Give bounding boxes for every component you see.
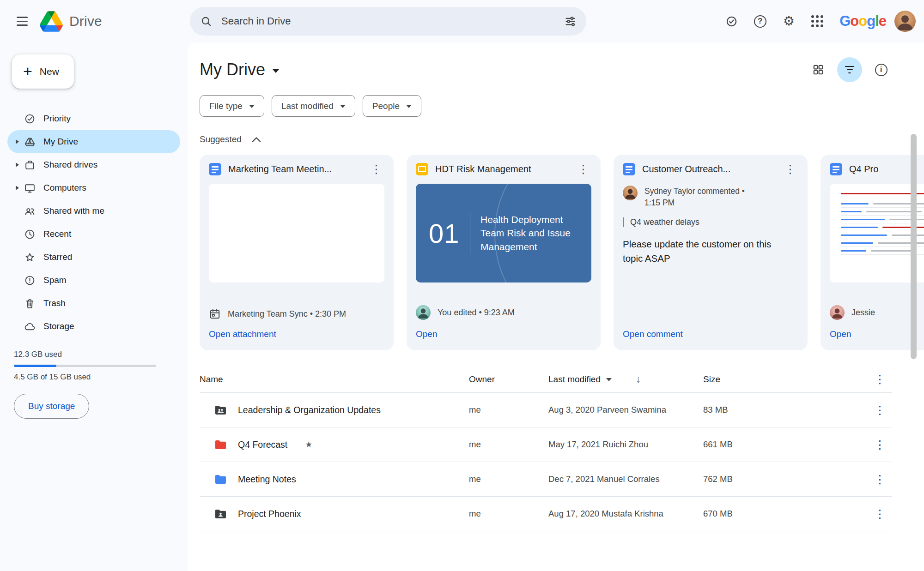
expand-caret-icon[interactable] <box>16 186 19 190</box>
document-preview-thumbnail[interactable] <box>209 184 384 282</box>
slide-preview-thumbnail[interactable]: 01 Health Deployment Team Risk and Issue… <box>416 184 591 282</box>
new-button[interactable]: + New <box>12 54 74 89</box>
file-modified: Aug 17, 2020 Mustafa Krishna <box>548 509 703 519</box>
sidebar-item-storage[interactable]: Storage <box>7 315 180 338</box>
open-attachment-link[interactable]: Open attachment <box>209 327 384 341</box>
google-letter: e <box>879 13 886 30</box>
availability-status-button[interactable] <box>718 8 744 34</box>
sidebar-item-starred[interactable]: Starred <box>7 246 180 269</box>
suggested-section-toggle[interactable]: Suggested <box>200 134 261 144</box>
open-link[interactable]: Open <box>416 327 591 341</box>
file-name: Q4 Forecast <box>238 439 287 450</box>
file-name: Leadership & Organization Updates <box>238 405 381 415</box>
sidebar-item-trash[interactable]: Trash <box>7 292 180 315</box>
suggestion-card-marketing-doc[interactable]: Marketing Team Meetin... ⋮ Marketing Tea… <box>200 155 394 350</box>
file-list: Name Owner Last modified ↓ Size ⋮ <box>200 366 892 531</box>
suggestion-card-hdt-slides[interactable]: HDT Risk Management ⋮ 01 Health Deployme… <box>407 155 601 350</box>
search-button[interactable] <box>194 9 219 34</box>
sidebar-item-label: Spam <box>43 275 67 285</box>
slide-number: 01 <box>429 218 460 249</box>
sort-descending-icon[interactable]: ↓ <box>636 374 641 385</box>
buy-storage-button[interactable]: Buy storage <box>14 394 89 419</box>
suggestion-card-customer-outreach[interactable]: Customer Outreach... ⋮ Sydney Taylor com… <box>614 155 808 350</box>
table-row[interactable]: Project Phoenix me Aug 17, 2020 Mustafa … <box>200 497 892 531</box>
row-menu-button[interactable]: ⋮ <box>872 474 888 485</box>
google-letter: g <box>867 13 875 30</box>
vertical-scrollbar[interactable] <box>911 134 917 359</box>
column-header-owner[interactable]: Owner <box>469 374 548 385</box>
sidebar-item-my-drive[interactable]: My Drive <box>7 130 180 153</box>
suggested-cards: Marketing Team Meetin... ⋮ Marketing Tea… <box>200 155 924 350</box>
chevron-up-icon <box>252 136 261 143</box>
shared-folder-icon <box>214 509 227 519</box>
person-silhouette-icon <box>894 11 916 32</box>
sidebar-item-shared-drives[interactable]: Shared drives <box>7 153 180 176</box>
info-icon: i <box>875 64 888 76</box>
file-owner: me <box>469 405 548 415</box>
filter-button[interactable] <box>837 57 862 82</box>
sidebar-item-computers[interactable]: Computers <box>7 176 180 199</box>
card-title: HDT Risk Management <box>435 164 568 174</box>
search-icon <box>200 15 212 27</box>
settings-button[interactable]: ⚙ <box>776 8 802 34</box>
starred-icon: ★ <box>305 439 312 450</box>
advanced-search-button[interactable] <box>558 9 583 34</box>
search-input[interactable] <box>219 15 558 27</box>
sidebar-item-recent[interactable]: Recent <box>7 222 180 246</box>
sidebar-item-priority[interactable]: Priority <box>7 107 180 130</box>
google-apps-button[interactable] <box>804 8 830 34</box>
file-name: Meeting Notes <box>238 474 296 485</box>
google-letter: o <box>850 13 858 30</box>
storage-quota-label: 4.5 GB of 15 GB used <box>14 373 174 382</box>
row-menu-button[interactable]: ⋮ <box>872 404 888 416</box>
storage-summary: 12.3 GB used 4.5 GB of 15 GB used <box>7 350 180 382</box>
chevron-down-icon <box>273 69 279 73</box>
table-row[interactable]: Meeting Notes me Dec 7, 2021 Manuel Corr… <box>200 462 892 497</box>
apps-grid-icon <box>811 15 823 27</box>
sidebar-item-label: Starred <box>43 252 72 262</box>
sidebar-item-spam[interactable]: Spam <box>7 269 180 292</box>
list-options-button[interactable]: ⋮ <box>872 373 888 385</box>
google-letter: l <box>875 13 879 30</box>
column-header-modified[interactable]: Last modified ↓ <box>548 374 703 385</box>
spam-icon <box>23 274 36 287</box>
card-title: Marketing Team Meetin... <box>228 164 361 174</box>
search-bar[interactable] <box>190 7 586 36</box>
file-size: 670 MB <box>703 509 842 519</box>
card-menu-button[interactable]: ⋮ <box>368 163 384 175</box>
open-comment-link[interactable]: Open comment <box>623 327 798 341</box>
table-row[interactable]: Leadership & Organization Updates me Aug… <box>200 393 892 427</box>
expand-caret-icon[interactable] <box>16 139 19 144</box>
file-size: 762 MB <box>703 474 842 484</box>
row-menu-button[interactable]: ⋮ <box>872 508 888 520</box>
commenter-avatar <box>623 186 638 200</box>
suggestion-card-q4-proposal[interactable]: Q4 Pro ⋮ Jessie Open <box>821 155 924 350</box>
star-outline-icon <box>23 251 36 264</box>
user-avatar[interactable] <box>894 11 916 32</box>
people-icon <box>23 204 36 217</box>
drive-logo[interactable]: Drive <box>40 11 102 32</box>
column-header-label: Last modified <box>548 374 601 385</box>
open-link[interactable]: Open <box>830 327 924 341</box>
main-menu-button[interactable] <box>9 8 35 34</box>
details-button[interactable]: i <box>869 57 894 82</box>
grid-view-toggle-button[interactable] <box>806 57 831 82</box>
people-filter-chip[interactable]: People <box>363 95 421 117</box>
file-type-filter-chip[interactable]: File type <box>200 95 264 117</box>
file-modified: Aug 3, 2020 Parveen Swamina <box>548 405 703 415</box>
priority-icon <box>23 112 36 125</box>
expand-caret-icon[interactable] <box>16 162 19 167</box>
table-row[interactable]: Q4 Forecast ★ me May 17, 2021 Ruichi Zho… <box>200 427 892 462</box>
chevron-down-icon <box>606 378 612 381</box>
column-header-name[interactable]: Name <box>200 374 469 385</box>
sidebar-item-shared-with-me[interactable]: Shared with me <box>7 199 180 222</box>
calendar-event-icon <box>209 308 221 320</box>
card-menu-button[interactable]: ⋮ <box>575 163 591 175</box>
document-preview-thumbnail[interactable] <box>830 184 924 282</box>
last-modified-filter-chip[interactable]: Last modified <box>272 95 355 117</box>
card-menu-button[interactable]: ⋮ <box>782 163 798 175</box>
help-button[interactable]: ? <box>747 8 773 34</box>
row-menu-button[interactable]: ⋮ <box>872 439 888 451</box>
column-header-size[interactable]: Size <box>703 374 842 385</box>
my-drive-title-menu[interactable]: My Drive <box>200 60 279 79</box>
